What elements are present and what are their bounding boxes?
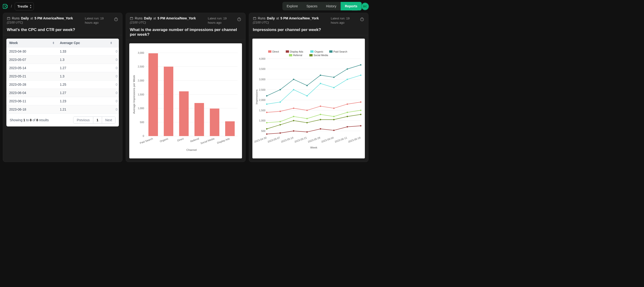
power-icon[interactable] (360, 17, 364, 22)
svg-point-92 (333, 77, 334, 78)
svg-text:Channel: Channel (186, 148, 197, 151)
svg-text:Referral: Referral (190, 137, 199, 143)
col-week[interactable]: Week▲▼ (6, 38, 57, 47)
workspace-name: Trestle (17, 4, 28, 8)
workspace-selector[interactable]: Trestle ▴▾ (15, 2, 34, 10)
svg-point-74 (306, 132, 308, 133)
svg-text:3,500: 3,500 (259, 68, 266, 70)
power-icon[interactable] (237, 17, 242, 22)
pager-page-1[interactable]: 1 (93, 117, 102, 123)
svg-point-67 (320, 106, 321, 107)
app-logo[interactable] (2, 4, 8, 9)
svg-point-79 (266, 104, 267, 105)
svg-rect-27 (210, 109, 220, 136)
svg-rect-35 (268, 50, 271, 53)
table-row: 2023-05-281.250 (6, 80, 119, 89)
svg-text:Social Media: Social Media (200, 137, 215, 145)
svg-point-77 (346, 126, 348, 128)
table-row: 2023-06-111.230 (6, 97, 119, 106)
report-title: Impressions per channel per week? (253, 28, 364, 32)
main-nav: Explore Spaces History Reports (282, 2, 362, 10)
svg-text:Organic: Organic (314, 50, 324, 53)
svg-text:3,000: 3,000 (259, 78, 266, 81)
nav-spaces[interactable]: Spaces (302, 2, 322, 10)
svg-rect-29 (225, 121, 235, 136)
svg-text:Week: Week (310, 146, 317, 149)
svg-text:2023-05-21: 2023-05-21 (294, 136, 307, 143)
svg-text:0: 0 (143, 135, 144, 138)
svg-point-63 (266, 112, 267, 113)
svg-point-100 (333, 116, 334, 117)
svg-text:1,000: 1,000 (259, 119, 266, 122)
svg-text:2,500: 2,500 (138, 65, 144, 68)
svg-point-89 (293, 78, 294, 80)
svg-text:3,000: 3,000 (138, 52, 144, 54)
svg-point-101 (346, 112, 348, 113)
svg-text:Average Impressions per Week: Average Impressions per Week (132, 75, 136, 114)
nav-explore[interactable]: Explore (282, 2, 302, 10)
svg-point-68 (333, 108, 334, 109)
chevron-updown-icon: ▴▾ (30, 4, 31, 9)
svg-point-70 (360, 101, 361, 103)
svg-text:2023-04-30: 2023-04-30 (254, 136, 267, 143)
svg-point-76 (333, 130, 334, 131)
svg-rect-21 (164, 66, 173, 136)
svg-text:2,500: 2,500 (259, 88, 266, 91)
col-avg-cpc[interactable]: Average Cpc▲▼ (57, 38, 115, 47)
nav-history[interactable]: History (322, 2, 341, 10)
svg-point-82 (306, 95, 308, 96)
svg-point-81 (293, 89, 294, 90)
svg-text:2023-05-14: 2023-05-14 (280, 136, 294, 143)
svg-point-109 (346, 116, 348, 117)
user-avatar[interactable]: BC (361, 2, 369, 10)
pager-prev[interactable]: Previous (74, 117, 93, 123)
svg-point-106 (306, 122, 308, 123)
svg-point-94 (360, 64, 361, 66)
report-card-avg-impressions: Runs Daily at 5 PM America/New_York (210… (126, 13, 245, 162)
report-card-cpc-ctr: Runs Daily at 5 PM America/New_York (210… (3, 13, 122, 162)
svg-point-64 (280, 110, 281, 112)
svg-point-91 (320, 74, 321, 76)
svg-point-104 (280, 124, 281, 126)
svg-point-71 (266, 133, 267, 135)
svg-text:1,500: 1,500 (259, 109, 266, 112)
svg-point-75 (320, 128, 321, 130)
svg-text:Referral: Referral (293, 54, 302, 56)
svg-rect-37 (286, 50, 289, 53)
sort-icon: ▲▼ (110, 42, 112, 44)
svg-text:Direct: Direct (272, 50, 279, 53)
last-run-label: Latest run: 19 hours ago (208, 16, 234, 25)
svg-point-80 (280, 101, 281, 103)
svg-text:Impressions: Impressions (255, 90, 258, 104)
pager-next[interactable]: Next (102, 117, 116, 123)
svg-rect-45 (309, 54, 312, 56)
svg-point-66 (306, 110, 308, 111)
svg-text:Direct: Direct (177, 137, 184, 142)
last-run-label: Latest run: 19 hours ago (85, 16, 111, 25)
svg-point-86 (360, 74, 361, 76)
nav-reports[interactable]: Reports (340, 2, 362, 10)
table-row: 2023-06-041.270 (6, 89, 119, 97)
power-icon[interactable] (114, 17, 118, 22)
topbar: / Trestle ▴▾ Explore Spaces History Repo… (0, 0, 371, 13)
svg-point-65 (293, 108, 294, 109)
svg-point-90 (306, 85, 308, 86)
table-row: 2023-04-301.330 (6, 47, 119, 56)
svg-point-84 (333, 87, 334, 88)
svg-text:Display Ads: Display Ads (217, 137, 230, 144)
svg-text:Display Ads: Display Ads (290, 50, 303, 53)
svg-text:Paid Search: Paid Search (333, 50, 347, 53)
svg-text:Organic: Organic (159, 137, 169, 143)
line-chart: DirectDisplay AdsOrganicPaid SearchRefer… (252, 38, 365, 158)
svg-text:2,000: 2,000 (138, 79, 144, 82)
svg-text:Paid Search: Paid Search (140, 137, 154, 144)
svg-point-72 (280, 132, 281, 134)
svg-text:2,000: 2,000 (259, 98, 266, 101)
svg-text:1,000: 1,000 (138, 107, 144, 110)
calendar-icon (130, 16, 133, 20)
svg-point-85 (346, 78, 348, 80)
svg-point-97 (293, 116, 294, 117)
report-card-impressions-per-channel: Runs Daily at 5 PM America/New_York (210… (249, 13, 368, 162)
svg-rect-25 (194, 103, 204, 136)
svg-point-107 (320, 119, 321, 120)
